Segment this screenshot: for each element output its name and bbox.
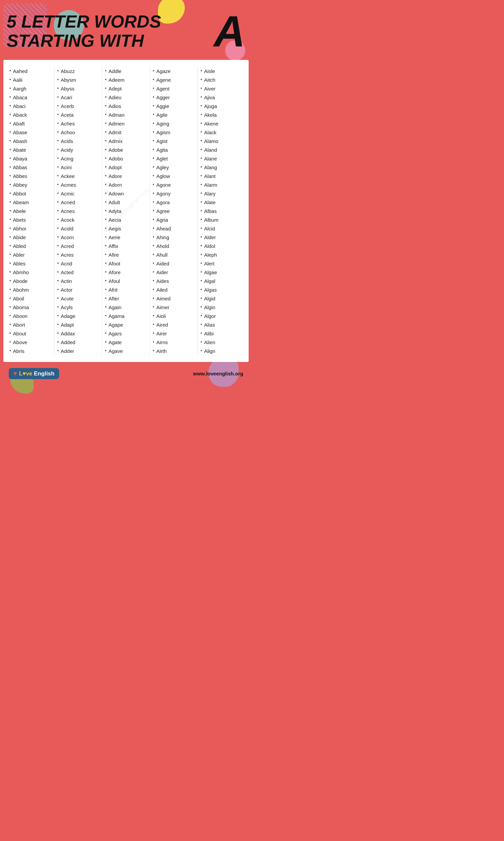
list-item: •Adobo bbox=[105, 154, 147, 163]
bullet-icon: • bbox=[105, 77, 107, 83]
bullet-icon: • bbox=[105, 164, 107, 170]
list-item: •Alert bbox=[201, 259, 242, 268]
word-text: Abaya bbox=[13, 155, 28, 162]
bullet-icon: • bbox=[105, 147, 107, 153]
word-text: Aided bbox=[156, 260, 169, 267]
word-text: Abide bbox=[13, 234, 26, 241]
bullet-icon: • bbox=[10, 313, 11, 319]
word-text: Abeam bbox=[13, 199, 29, 206]
list-item: •Adios bbox=[105, 102, 147, 110]
list-item: •Acres bbox=[57, 250, 99, 259]
bullet-icon: • bbox=[10, 68, 11, 74]
list-item: •Agene bbox=[153, 75, 195, 84]
list-item: •Adore bbox=[105, 172, 147, 180]
bullet-icon: • bbox=[201, 225, 202, 231]
word-text: Afoot bbox=[109, 260, 120, 267]
bullet-icon: • bbox=[105, 138, 107, 144]
bullet-icon: • bbox=[153, 77, 155, 83]
word-text: Agist bbox=[156, 138, 167, 145]
word-text: Acock bbox=[61, 216, 75, 223]
bullet-icon: • bbox=[10, 208, 11, 214]
list-item: •Airer bbox=[153, 329, 195, 338]
bullet-icon: • bbox=[153, 287, 155, 293]
bullet-icon: • bbox=[201, 348, 202, 354]
word-text: Ackee bbox=[61, 173, 75, 179]
bullet-icon: • bbox=[57, 155, 59, 161]
list-item: •Acnes bbox=[57, 207, 99, 215]
bullet-icon: • bbox=[10, 190, 11, 196]
bullet-icon: • bbox=[105, 278, 107, 284]
word-text: Adman bbox=[109, 111, 125, 118]
header-big-letter: A bbox=[214, 10, 245, 53]
logo-badge: ♥ L♥ve English bbox=[9, 368, 59, 379]
word-text: Abuzz bbox=[61, 68, 75, 75]
list-item: •Adown bbox=[105, 189, 147, 198]
word-text: Aboma bbox=[13, 304, 29, 311]
list-item: •Alder bbox=[201, 233, 242, 242]
bullet-icon: • bbox=[105, 112, 107, 118]
bullet-icon: • bbox=[57, 339, 59, 345]
list-item: •Ajuga bbox=[201, 102, 242, 110]
bullet-icon: • bbox=[57, 322, 59, 328]
word-text: Aahed bbox=[13, 68, 28, 75]
bullet-icon: • bbox=[153, 190, 155, 196]
word-text: Abbas bbox=[13, 164, 28, 171]
word-text: Afire bbox=[109, 251, 119, 258]
word-text: Acyls bbox=[61, 304, 73, 311]
header: 5 LETTER WORDS STARTING WITH A bbox=[0, 0, 252, 60]
bullet-icon: • bbox=[10, 138, 11, 144]
word-text: Added bbox=[61, 339, 75, 346]
header-title-line1: 5 LETTER WORDS bbox=[7, 12, 210, 31]
list-item: •Again bbox=[105, 303, 147, 311]
bullet-icon: • bbox=[153, 243, 155, 249]
bullet-icon: • bbox=[201, 164, 202, 170]
word-text: Align bbox=[204, 347, 215, 355]
bullet-icon: • bbox=[10, 103, 11, 109]
bullet-icon: • bbox=[10, 234, 11, 240]
list-item: •Aiver bbox=[201, 84, 242, 93]
list-item: •Agree bbox=[153, 207, 195, 215]
bullet-icon: • bbox=[201, 339, 202, 345]
list-item: •Alang bbox=[201, 163, 242, 172]
bullet-icon: • bbox=[10, 77, 11, 83]
word-list-container: •Aahed•Aalii•Aargh•Abaca•Abaci•Aback•Aba… bbox=[3, 60, 249, 362]
list-item: •Acute bbox=[57, 294, 99, 303]
bullet-icon: • bbox=[57, 173, 59, 179]
bullet-icon: • bbox=[153, 94, 155, 100]
list-item: •Acock bbox=[57, 215, 99, 224]
bullet-icon: • bbox=[153, 120, 155, 126]
footer: ♥ L♥ve English www.loveenglish.org bbox=[3, 365, 249, 382]
word-text: Aging bbox=[156, 120, 169, 127]
bullet-icon: • bbox=[201, 77, 202, 83]
word-text: Acned bbox=[61, 199, 75, 206]
word-text: Adage bbox=[61, 312, 75, 320]
list-item: •Aegis bbox=[105, 224, 147, 233]
bullet-icon: • bbox=[10, 269, 11, 275]
bullet-icon: • bbox=[57, 68, 59, 74]
bullet-icon: • bbox=[201, 85, 202, 91]
word-text: Acold bbox=[61, 225, 74, 232]
word-text: Agene bbox=[156, 76, 171, 83]
list-item: •Aisle bbox=[201, 67, 242, 75]
word-text: Adult bbox=[109, 199, 120, 206]
bullet-icon: • bbox=[10, 330, 11, 337]
bullet-icon: • bbox=[201, 129, 202, 135]
list-item: •Akela bbox=[201, 110, 242, 119]
list-item: •Abase bbox=[10, 128, 51, 137]
list-item: •Alien bbox=[201, 338, 242, 346]
list-item: •Agger bbox=[153, 93, 195, 102]
list-item: •Acold bbox=[57, 224, 99, 233]
word-text: Agile bbox=[156, 111, 167, 118]
word-text: Abets bbox=[13, 216, 26, 223]
word-text: Alang bbox=[204, 164, 217, 171]
word-text: Ahull bbox=[156, 251, 167, 258]
word-text: Acrid bbox=[61, 260, 72, 267]
list-item: •Abris bbox=[10, 346, 51, 355]
word-text: Acini bbox=[61, 164, 72, 171]
word-text: Acmes bbox=[61, 181, 76, 188]
bullet-icon: • bbox=[105, 252, 107, 258]
bullet-icon: • bbox=[105, 260, 107, 267]
word-text: Abode bbox=[13, 277, 28, 285]
bullet-icon: • bbox=[153, 138, 155, 144]
bullet-icon: • bbox=[10, 85, 11, 91]
